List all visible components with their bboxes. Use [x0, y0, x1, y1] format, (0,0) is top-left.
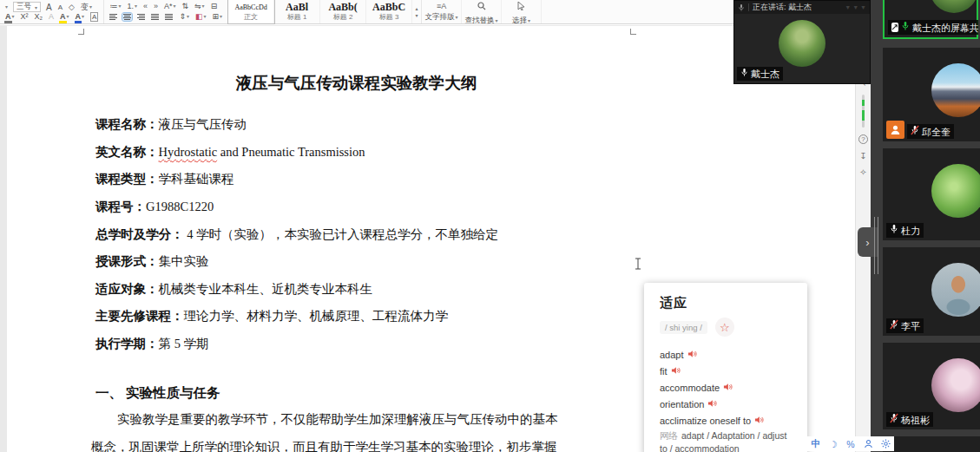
triangle-control-icon[interactable]: ▼ — [845, 4, 851, 10]
speaking-status-text: 正在讲话: 戴士杰 — [753, 2, 812, 13]
participants-sidebar: 戴士杰的屏幕共 邱全奎 杜力 李平 杨祖彬 — [871, 0, 980, 452]
doc-field-row: 课程号：G1988C1220 — [95, 199, 634, 226]
change-case-button[interactable]: 变▾ — [80, 3, 93, 12]
mic-icon — [740, 68, 748, 80]
find-replace-button[interactable]: 查找替换▾ — [462, 0, 502, 23]
dictionary-popup: 适应 / shi ying / ☆ adapt fit accommodate … — [644, 283, 807, 452]
bullets-icon: ≔ — [109, 2, 117, 11]
screen-share-icon — [891, 23, 898, 32]
person-icon[interactable] — [863, 439, 873, 449]
chevron-down-icon: ▾ — [89, 3, 92, 12]
shrink-font-button[interactable]: A — [57, 3, 63, 12]
participant-tile-partial[interactable] — [883, 436, 980, 452]
participant-tile[interactable]: 李平 — [883, 247, 980, 336]
borders-icon: ⊞ — [213, 12, 220, 22]
speaker-window-controls[interactable]: ▼ ▼ ▼ — [845, 4, 866, 10]
text-direction-button[interactable]: ⇋▾ — [194, 2, 206, 11]
speaker-audio-icon[interactable] — [754, 416, 764, 426]
borders-button[interactable]: ⊞▾ — [212, 12, 224, 22]
style-heading3[interactable]: AaBbC 标题 3 — [366, 0, 412, 23]
moon-icon[interactable]: ☽ — [828, 439, 839, 449]
bullets-button[interactable]: ≔▾ — [109, 2, 122, 11]
mic-muted-icon — [911, 125, 919, 138]
style-heading1[interactable]: AaBl 标题 1 — [274, 0, 320, 23]
doc-title: 液压与气压传动课程实验教学大纲 — [84, 72, 628, 94]
font-size-combo[interactable]: 三号▾ — [13, 2, 41, 12]
text-effects-icon: A* — [164, 2, 173, 11]
grow-font-button[interactable]: A — [45, 3, 53, 12]
select-button[interactable]: 选择▾ — [502, 0, 542, 23]
text-direction-icon: ⇋ — [194, 2, 201, 11]
clear-format-button[interactable]: ◇ — [68, 3, 76, 12]
text-cursor-ibeam — [635, 258, 641, 273]
pinyin-pill: / shi ying / — [660, 321, 707, 334]
char-border-button[interactable]: A — [89, 12, 99, 22]
speaker-audio-icon[interactable] — [723, 383, 733, 393]
align-center-button[interactable] — [122, 13, 132, 21]
doc-paragraph-line: 概念，巩固课堂上所学的理论知识，而且有助于学生学习基本的实验理论，初步掌握 — [91, 439, 557, 452]
participant-tile[interactable]: 杜力 — [883, 148, 980, 240]
distribute-button[interactable] — [164, 13, 174, 21]
scroll-up-icon: ▴ — [416, 5, 418, 11]
style-gallery: AaBbCcDd 正文 AaBl 标题 1 AaBb( 标题 2 AaBbC 标… — [228, 0, 422, 23]
decrease-indent-button[interactable]: « — [142, 2, 148, 11]
speaker-audio-icon[interactable] — [671, 366, 681, 377]
align-right-button[interactable] — [136, 13, 146, 21]
sidebar-resize-handle[interactable] — [874, 217, 878, 274]
highlight-color-button[interactable]: A▾ — [59, 12, 70, 22]
align-left-button[interactable] — [109, 13, 118, 21]
superscript-button[interactable]: X² — [20, 12, 30, 22]
triangle-control-icon[interactable]: ▼ — [860, 4, 866, 10]
speaker-audio-icon[interactable] — [687, 350, 697, 360]
participant-name-tag: 邱全奎 — [907, 124, 954, 139]
translate-icon[interactable]: 中 — [811, 438, 821, 450]
percent-icon[interactable]: % — [845, 439, 856, 449]
help-icon[interactable]: ? — [858, 134, 868, 144]
doc-paragraph-line: 实验教学是重要的教学环节，不仅能帮助学生加深理解液压与气压传动中的基本 — [91, 411, 558, 428]
justify-button[interactable] — [150, 13, 160, 21]
margin-crop-mark-left — [78, 29, 84, 35]
text-effects-button[interactable]: A*▾ — [163, 2, 177, 11]
speaker-window-titlebar[interactable]: 正在讲话: 戴士杰 ▼ ▼ ▼ — [734, 1, 870, 14]
font-name-combo-cut[interactable]: ▾ — [4, 3, 9, 12]
participant-tile[interactable]: 邱全奎 — [883, 48, 980, 141]
avatar — [931, 263, 980, 317]
font-color-button[interactable]: A▾ — [75, 12, 86, 22]
export-icon[interactable]: ↧ — [859, 151, 866, 160]
participant-tile[interactable]: 杨祖彬 — [883, 343, 980, 429]
font-color-more-button[interactable]: A▾ — [4, 12, 16, 22]
triangle-control-icon[interactable]: ▼ — [852, 4, 858, 10]
speaker-audio-icon[interactable] — [707, 399, 717, 409]
style-heading2[interactable]: AaBb( 标题 2 — [320, 0, 366, 23]
gear-icon[interactable] — [880, 439, 891, 449]
volume-slider[interactable] — [862, 95, 865, 128]
subscript-button[interactable]: X₂ — [34, 12, 44, 22]
formatting-marks-icon: ⊟ — [211, 2, 218, 11]
dictionary-entry: fit — [660, 363, 797, 379]
line-spacing-button[interactable]: ⇕▾ — [178, 12, 190, 22]
doc-fields: 课程名称：液压与气压传动 英文名称：Hydrostatic and Pneuma… — [95, 116, 634, 364]
divider — [748, 3, 749, 11]
participant-name-tag: 杜力 — [886, 223, 924, 238]
text-layout-button[interactable]: ≡A 文字排版▾ — [422, 0, 462, 23]
outdent-icon: « — [143, 2, 148, 11]
participant-tile-screenshare[interactable]: 戴士杰的屏幕共 — [883, 0, 978, 39]
shading-button[interactable]: ◧▾ — [194, 12, 207, 22]
style-gallery-scroll[interactable]: ▴ ▾ — [412, 0, 421, 23]
increase-indent-button[interactable]: » — [153, 2, 159, 11]
formatting-marks-button[interactable]: ⊟ — [210, 2, 219, 11]
numbering-button[interactable]: 1.▾ — [126, 2, 138, 11]
char-border-icon: A — [90, 12, 98, 22]
sort-button[interactable]: ⇅ — [181, 2, 190, 11]
favorite-star-button[interactable]: ☆ — [715, 318, 734, 337]
dictionary-toolbar: 中 ☽ % — [807, 436, 894, 451]
participant-name-tag: 李平 — [886, 318, 924, 333]
font-color-icon: A — [5, 13, 11, 21]
speaker-name-tag: 戴士杰 — [737, 67, 783, 81]
style-normal[interactable]: AaBbCcDd 正文 — [228, 0, 274, 23]
ribbon-font-group: ▾ 三号▾ A A ◇ 变▾ A▾ X² X₂ A A▾ A▾ A — [0, 0, 104, 23]
cursor-arrow-icon — [517, 0, 525, 14]
char-shading-button[interactable]: A — [48, 12, 55, 22]
active-speaker-window[interactable]: 正在讲话: 戴士杰 ▼ ▼ ▼ 戴士杰 — [733, 0, 871, 84]
pointer-settings-icon[interactable]: ✧ — [859, 167, 866, 177]
